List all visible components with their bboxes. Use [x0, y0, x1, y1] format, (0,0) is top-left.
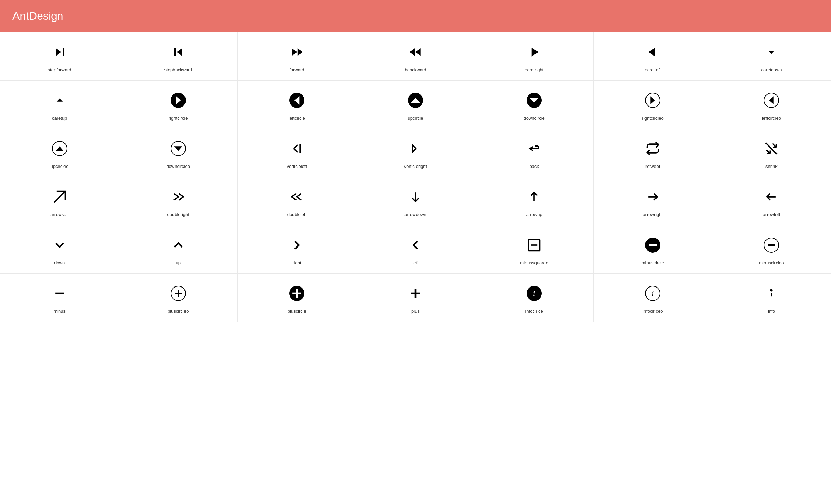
rightcircle-label: rightcircle [169, 115, 188, 121]
pluscircleo-label: pluscircleo [168, 309, 189, 314]
icon-cell-pluscircleo[interactable]: pluscircleo [119, 274, 238, 322]
caretup-icon [52, 91, 67, 109]
icon-cell-shrink[interactable]: shrink [712, 129, 831, 177]
icon-cell-infocirlce[interactable]: iinfocirlce [475, 274, 594, 322]
caretdown-icon [764, 43, 779, 61]
icon-cell-leftcircle[interactable]: leftcircle [238, 81, 356, 129]
up-icon [171, 236, 186, 254]
icon-cell-verticleleft[interactable]: verticleleft [238, 129, 356, 177]
caretdown-label: caretdown [761, 67, 782, 72]
icon-cell-up[interactable]: up [119, 225, 238, 274]
leftcircleo-label: leftcircleo [762, 115, 781, 121]
minuscircleo-label: minuscircleo [759, 260, 784, 265]
icon-cell-retweet[interactable]: retweet [594, 129, 712, 177]
icon-cell-right[interactable]: right [238, 225, 356, 274]
svg-point-18 [771, 290, 772, 291]
leftcircleo-icon [764, 91, 779, 109]
caretright-label: caretright [525, 67, 543, 72]
downcircle-icon [527, 91, 542, 109]
minussquareo-label: minussquareo [520, 260, 548, 265]
back-icon [527, 140, 542, 158]
icon-cell-infocirlceo[interactable]: iinfocirlceo [594, 274, 712, 322]
icon-cell-caretup[interactable]: caretup [0, 81, 119, 129]
icon-cell-pluscircle[interactable]: pluscircle [238, 274, 356, 322]
verticleright-label: verticleright [404, 164, 427, 169]
shrink-label: shrink [765, 164, 778, 169]
retweet-icon [645, 140, 660, 158]
rightcircleo-icon [645, 91, 660, 109]
icon-cell-caretright[interactable]: caretright [475, 32, 594, 81]
downcircleo-label: downcircleo [166, 164, 190, 169]
icon-cell-caretleft[interactable]: caretleft [594, 32, 712, 81]
caretleft-icon [645, 43, 660, 61]
upcircleo-label: upcircleo [51, 164, 69, 169]
icon-cell-minus[interactable]: minus [0, 274, 119, 322]
caretup-label: caretup [52, 115, 67, 121]
icon-cell-minuscircleo[interactable]: minuscircleo [712, 225, 831, 274]
arrowup-icon [527, 188, 542, 206]
minuscircleo-icon [764, 236, 779, 254]
icon-cell-arrowleft[interactable]: arrowleft [712, 177, 831, 225]
icon-cell-doubleright[interactable]: doubleright [119, 177, 238, 225]
pluscircle-label: pluscircle [288, 309, 306, 314]
info-label: info [768, 309, 775, 314]
icon-cell-downcircle[interactable]: downcircle [475, 81, 594, 129]
icon-cell-arrowup[interactable]: arrowup [475, 177, 594, 225]
icon-cell-rightcircleo[interactable]: rightcircleo [594, 81, 712, 129]
shrink-icon [764, 140, 779, 158]
arrowdown-label: arrowdown [404, 212, 427, 217]
upcircleo-icon [52, 140, 67, 158]
doubleright-icon [171, 188, 186, 206]
icon-cell-caretdown[interactable]: caretdown [712, 32, 831, 81]
icon-cell-stepbackward[interactable]: stepbackward [119, 32, 238, 81]
plus-icon [408, 284, 423, 302]
arrowsalt-label: arrowsalt [50, 212, 69, 217]
retweet-label: retweet [645, 164, 660, 169]
icon-cell-info[interactable]: info [712, 274, 831, 322]
icon-cell-arrowdown[interactable]: arrowdown [356, 177, 475, 225]
arrowright-label: arrowright [643, 212, 663, 217]
upcircle-icon [408, 91, 423, 109]
icon-cell-forward[interactable]: forward [238, 32, 356, 81]
icon-cell-down[interactable]: down [0, 225, 119, 274]
banckward-label: banckward [405, 67, 427, 72]
icon-cell-arrowright[interactable]: arrowright [594, 177, 712, 225]
leftcircle-icon [289, 91, 304, 109]
pluscircleo-icon [171, 284, 186, 302]
caretright-icon [527, 43, 542, 61]
icon-cell-minuscircle[interactable]: minuscircle [594, 225, 712, 274]
minussquareo-icon [527, 236, 542, 254]
stepforward-label: stepforward [48, 67, 71, 72]
infocirlceo-icon: i [645, 284, 660, 302]
icon-cell-upcircleo[interactable]: upcircleo [0, 129, 119, 177]
icon-cell-arrowsalt[interactable]: arrowsalt [0, 177, 119, 225]
icon-cell-upcircle[interactable]: upcircle [356, 81, 475, 129]
stepbackward-icon [171, 43, 186, 61]
arrowsalt-icon [52, 188, 67, 206]
infocirlce-label: infocirlce [525, 309, 543, 314]
downcircle-label: downcircle [523, 115, 544, 121]
down-icon [52, 236, 67, 254]
icon-cell-left[interactable]: left [356, 225, 475, 274]
icon-cell-downcircleo[interactable]: downcircleo [119, 129, 238, 177]
icon-cell-banckward[interactable]: banckward [356, 32, 475, 81]
icon-cell-plus[interactable]: plus [356, 274, 475, 322]
svg-line-1 [54, 191, 65, 203]
stepforward-icon [52, 43, 67, 61]
forward-label: forward [289, 67, 304, 72]
icon-cell-back[interactable]: back [475, 129, 594, 177]
icon-cell-doubleleft[interactable]: doubleleft [238, 177, 356, 225]
right-label: right [292, 260, 301, 265]
right-icon [289, 236, 304, 254]
rightcircleo-label: rightcircleo [642, 115, 664, 121]
icon-cell-leftcircleo[interactable]: leftcircleo [712, 81, 831, 129]
icon-cell-minussquareo[interactable]: minussquareo [475, 225, 594, 274]
down-label: down [54, 260, 65, 265]
left-icon [408, 236, 423, 254]
infocirlce-icon: i [527, 284, 542, 302]
icon-cell-rightcircle[interactable]: rightcircle [119, 81, 238, 129]
arrowdown-icon [408, 188, 423, 206]
icon-cell-verticleright[interactable]: verticleright [356, 129, 475, 177]
app-title: AntDesign [12, 10, 63, 22]
icon-cell-stepforward[interactable]: stepforward [0, 32, 119, 81]
